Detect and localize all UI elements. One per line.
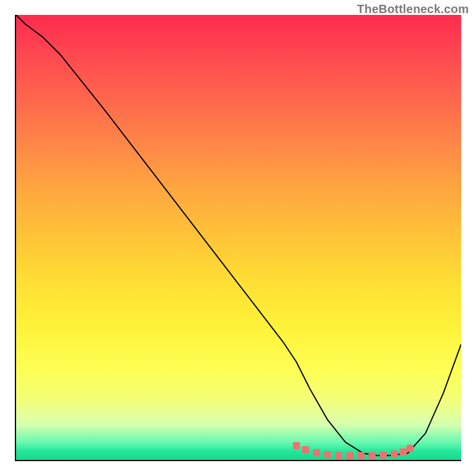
curve-svg [16, 15, 461, 460]
optimal-marker [346, 452, 353, 459]
optimal-marker [302, 446, 309, 453]
optimal-marker [324, 451, 331, 458]
bottleneck-curve [16, 15, 461, 456]
plot-area [15, 15, 461, 461]
optimal-marker [313, 449, 320, 456]
optimal-marker [358, 452, 365, 459]
watermark-text: TheBottleneck.com [357, 2, 469, 16]
optimal-marker [400, 449, 407, 456]
optimal-marker [380, 452, 387, 459]
optimal-marker [391, 450, 398, 458]
optimal-zone-markers [293, 442, 414, 459]
chart-container: TheBottleneck.com [0, 0, 476, 476]
optimal-marker [406, 445, 414, 452]
optimal-marker [335, 452, 342, 459]
optimal-marker [368, 452, 375, 459]
optimal-marker [293, 442, 300, 449]
